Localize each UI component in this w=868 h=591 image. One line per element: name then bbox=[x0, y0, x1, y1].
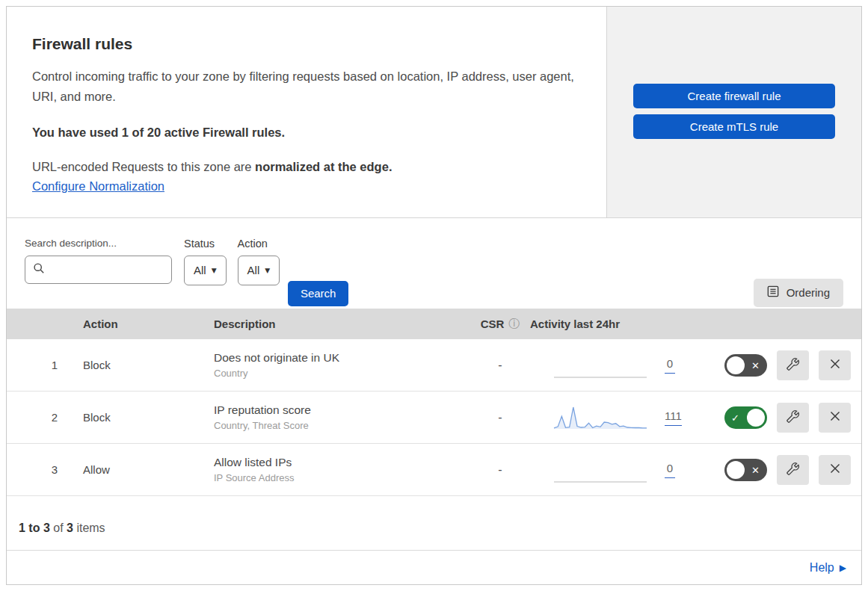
action-value: All bbox=[247, 264, 260, 276]
edit-rule-button[interactable] bbox=[777, 455, 809, 485]
activity-count-link[interactable]: 0 bbox=[665, 462, 675, 478]
action-filter-group: Action All ▼ bbox=[238, 238, 280, 285]
cta-panel: Create firewall rule Create mTLS rule bbox=[606, 7, 861, 217]
table-row: 3 Allow Allow listed IPs IP Source Addre… bbox=[7, 444, 861, 496]
filter-bar: Search description... Status All ▼ Actio… bbox=[7, 218, 861, 309]
rule-priority: 1 bbox=[7, 359, 74, 371]
rule-activity-cell: 0 bbox=[530, 350, 717, 381]
activity-count-link[interactable]: 0 bbox=[665, 357, 675, 374]
rule-action: Block bbox=[74, 359, 205, 371]
ordering-list-icon bbox=[767, 285, 779, 300]
header-section: Firewall rules Control incoming traffic … bbox=[7, 7, 861, 218]
search-group: Search description... bbox=[25, 238, 172, 284]
table-header: Action Description CSR ⓘ Activity last 2… bbox=[7, 309, 861, 340]
delete-rule-button[interactable] bbox=[819, 403, 851, 433]
rule-activity-cell: 0 bbox=[530, 454, 717, 486]
info-icon[interactable]: ⓘ bbox=[508, 317, 520, 331]
create-mtls-rule-button[interactable]: Create mTLS rule bbox=[633, 114, 835, 139]
rule-description: Does not originate in UK bbox=[214, 351, 470, 365]
create-firewall-rule-button[interactable]: Create firewall rule bbox=[633, 84, 835, 108]
page-title: Firewall rules bbox=[32, 35, 576, 53]
table-body: 1 Block Does not originate in UK Country… bbox=[7, 339, 861, 496]
edit-rule-button[interactable] bbox=[777, 350, 809, 380]
of-text: of bbox=[50, 522, 67, 534]
items-text: items bbox=[73, 522, 105, 534]
enable-toggle[interactable]: ✓ bbox=[724, 406, 767, 429]
search-label: Search description... bbox=[25, 238, 172, 249]
activity-column-header: Activity last 24hr bbox=[530, 318, 717, 330]
rule-criteria: Country, Threat Score bbox=[214, 420, 470, 431]
ordering-button[interactable]: Ordering bbox=[754, 279, 843, 307]
total-count: 3 bbox=[67, 522, 73, 534]
status-value: All bbox=[194, 264, 206, 276]
csr-column-label: CSR bbox=[481, 318, 505, 330]
csr-column-header: CSR ⓘ bbox=[470, 317, 530, 331]
rule-csr: - bbox=[470, 411, 530, 424]
page-description: Control incoming traffic to your zone by… bbox=[32, 66, 574, 106]
intro-block: Firewall rules Control incoming traffic … bbox=[7, 7, 606, 217]
chevron-down-icon: ▼ bbox=[212, 267, 217, 274]
enable-toggle[interactable]: ✕ bbox=[724, 459, 767, 481]
rule-controls: ✓ bbox=[717, 403, 863, 433]
rule-description: Allow listed IPs bbox=[214, 456, 470, 469]
toggle-state-icon: ✓ bbox=[731, 412, 739, 423]
rule-criteria: IP Source Address bbox=[214, 472, 470, 483]
search-input[interactable] bbox=[51, 264, 186, 276]
rule-priority: 3 bbox=[7, 463, 74, 476]
search-button[interactable]: Search bbox=[288, 281, 348, 306]
range-text: 1 to 3 bbox=[19, 522, 50, 534]
rule-criteria: Country bbox=[214, 368, 470, 379]
normalization-prefix: URL-encoded Requests to this zone are bbox=[32, 160, 255, 173]
rule-description-cell: Allow listed IPs IP Source Address bbox=[205, 456, 470, 483]
rule-description-cell: Does not originate in UK Country bbox=[205, 351, 470, 379]
activity-sparkline bbox=[552, 350, 650, 381]
help-arrow-icon: ▶ bbox=[840, 563, 846, 573]
rule-action: Allow bbox=[74, 463, 205, 476]
wrench-icon bbox=[787, 462, 799, 477]
action-dropdown[interactable]: All ▼ bbox=[238, 256, 280, 285]
toggle-knob bbox=[747, 409, 765, 427]
toggle-state-icon: ✕ bbox=[751, 464, 760, 475]
status-dropdown[interactable]: All ▼ bbox=[184, 256, 227, 285]
enable-toggle[interactable]: ✕ bbox=[724, 354, 767, 377]
rule-priority: 2 bbox=[7, 411, 74, 424]
close-icon bbox=[829, 358, 841, 372]
delete-rule-button[interactable] bbox=[819, 350, 851, 380]
help-link[interactable]: Help ▶ bbox=[810, 561, 846, 575]
wrench-icon bbox=[787, 358, 799, 373]
normalization-note: URL-encoded Requests to this zone are no… bbox=[32, 160, 576, 174]
usage-summary: You have used 1 of 20 active Firewall ru… bbox=[32, 126, 576, 140]
close-icon bbox=[829, 410, 841, 424]
normalization-bold: normalized at the edge. bbox=[255, 160, 392, 173]
help-row: Help ▶ bbox=[7, 550, 861, 584]
ordering-button-label: Ordering bbox=[787, 286, 830, 299]
rule-action: Block bbox=[74, 411, 205, 424]
rule-controls: ✕ bbox=[717, 455, 863, 485]
rule-csr: - bbox=[470, 359, 530, 372]
table-row: 1 Block Does not originate in UK Country… bbox=[7, 339, 861, 392]
search-icon bbox=[33, 262, 45, 277]
action-label: Action bbox=[238, 238, 280, 250]
toggle-state-icon: ✕ bbox=[751, 359, 760, 371]
toggle-knob bbox=[727, 461, 745, 479]
toggle-knob bbox=[727, 356, 745, 374]
pagination-summary: 1 to 3 of 3 items bbox=[7, 496, 861, 550]
firewall-rules-page: Firewall rules Control incoming traffic … bbox=[6, 6, 862, 585]
rule-activity-cell: 111 bbox=[530, 402, 717, 433]
activity-sparkline bbox=[552, 402, 650, 433]
status-label: Status bbox=[184, 238, 227, 250]
rule-description-cell: IP reputation score Country, Threat Scor… bbox=[205, 403, 470, 431]
table-row: 2 Block IP reputation score Country, Thr… bbox=[7, 392, 861, 444]
configure-normalization-link[interactable]: Configure Normalization bbox=[32, 179, 164, 194]
edit-rule-button[interactable] bbox=[777, 403, 809, 433]
rule-controls: ✕ bbox=[717, 350, 863, 380]
chevron-down-icon: ▼ bbox=[265, 267, 270, 274]
activity-count-link[interactable]: 111 bbox=[665, 409, 682, 426]
activity-sparkline bbox=[552, 454, 650, 486]
search-box[interactable] bbox=[25, 256, 172, 284]
delete-rule-button[interactable] bbox=[819, 455, 851, 485]
description-column-header: Description bbox=[205, 318, 470, 330]
action-column-header: Action bbox=[74, 318, 205, 330]
close-icon bbox=[829, 462, 841, 477]
rule-description: IP reputation score bbox=[214, 403, 470, 417]
